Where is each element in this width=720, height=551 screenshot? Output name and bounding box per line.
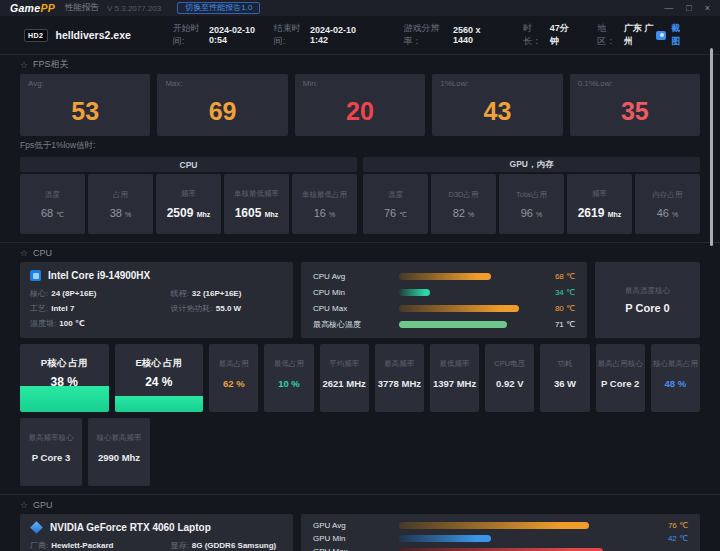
cpu-stats-row: P核心 占用 38 % E核心 占用 24 % 最高占用 62 % 最低占用 1… <box>20 344 700 412</box>
low-fps-title: Fps低于1%low值时: <box>20 136 700 157</box>
gpu-name: NVIDIA GeForce RTX 4060 Laptop <box>50 522 211 533</box>
pcore-usage-fill <box>20 386 109 412</box>
low-gpu-temp-cell: 温度 76 ℃ <box>363 174 428 234</box>
gpu-max-bar-row: GPU Max <box>313 546 688 551</box>
core-max-usage-card: 核心最高占用 48 % <box>651 344 700 412</box>
end-time-label: 结束时间: <box>274 22 306 48</box>
resolution-block: 游戏分辨率： 2560 x 1440 <box>404 22 496 48</box>
cpu-info-card: Intel Core i9-14900HX 核心:24 (8P+16E) 线程:… <box>20 262 293 338</box>
cpu-voltage-card: CPU电压 0.92 V <box>485 344 534 412</box>
switch-report-button[interactable]: 切换至性能报告1.0 <box>177 2 260 14</box>
gpu-vendor: 厂商:Hewlett-Packard <box>30 540 171 551</box>
fps-card-max: Max: 69 <box>157 74 287 136</box>
scrollbar-thumb[interactable] <box>710 48 713 246</box>
cpu-hottest-core-bar-row: 最高核心温度 71 ℃ <box>313 318 575 330</box>
gpu-max-bar <box>399 548 603 551</box>
ecore-usage-fill <box>115 396 204 412</box>
window-controls: — □ × <box>664 0 710 16</box>
fps-card-1pct-low: 1%Low: 43 <box>432 74 562 136</box>
start-time-value: 2024-02-10 0:54 <box>209 25 265 45</box>
game-badge: HD2 <box>24 29 48 42</box>
camera-icon <box>656 31 666 40</box>
screenshot-label: 截图 <box>671 22 686 48</box>
game-info-bar: HD2 helldivers2.exe 开始时间: 2024-02-10 0:5… <box>0 16 720 54</box>
gpu-avg-bar-row: GPU Avg 76 ℃ <box>313 520 688 530</box>
time-block: 开始时间: 2024-02-10 0:54 结束时间: 2024-02-10 1… <box>173 22 366 48</box>
start-time-label: 开始时间: <box>173 22 205 48</box>
star-icon: ☆ <box>20 60 28 70</box>
gpu-info-card: NVIDIA GeForce RTX 4060 Laptop 厂商:Hewlet… <box>20 514 293 551</box>
cpu-process: 工艺:Intel 7 <box>30 303 171 314</box>
low-cpu-freq-cell: 频率 2509 Mhz <box>156 174 221 234</box>
star-icon: ☆ <box>20 500 28 510</box>
fps-card-min: Min: 20 <box>295 74 425 136</box>
close-icon[interactable]: × <box>705 0 710 16</box>
low-cpu-temp-cell: 温度 68 ℃ <box>20 174 85 234</box>
low-cpu-min-core-freq-cell: 单核最低频率 1605 Mhz <box>224 174 289 234</box>
duration-value: 47分钟 <box>550 22 573 48</box>
low-gpu-freq-cell: 频率 2619 Mhz <box>567 174 632 234</box>
hottest-core-card: 最高温度核心 P Core 0 <box>595 262 700 338</box>
star-icon: ☆ <box>20 248 28 258</box>
power-card: 功耗 36 W <box>540 344 589 412</box>
gpu-vram: 显存:8G (GDDR6 Samsung) <box>171 540 283 551</box>
gpu-min-bar-row: GPU Min 42 ℃ <box>313 533 688 543</box>
end-time-value: 2024-02-10 1:42 <box>310 25 366 45</box>
cpu-avg-bar-row: CPU Avg 68 ℃ <box>313 270 575 282</box>
max-freq-card: 最高频率 3778 MHz <box>375 344 424 412</box>
gpu-temp-bars-card: GPU Avg 76 ℃ GPU Min 42 ℃ GPU Max <box>301 514 700 551</box>
gpu-icon <box>30 521 43 534</box>
max-usage-card: 最高占用 62 % <box>209 344 258 412</box>
cpu-avg-bar <box>399 273 491 280</box>
low-cpu-header: CPU <box>20 157 357 172</box>
gpu-min-bar <box>399 535 491 542</box>
gamepp-window: GamePP 性能报告 V 5.3.2077.203 切换至性能报告1.0 — … <box>0 0 720 551</box>
cpu-section-title: CPU <box>33 248 52 258</box>
cpu-hottest-core-bar <box>399 321 507 328</box>
cpu-icon <box>30 270 41 281</box>
duration-label: 时长： <box>523 22 546 48</box>
low-gpu-table: GPU，内存 温度 76 ℃ D3D占用 82 % Total占用 96 % <box>363 157 700 234</box>
gpu-avg-bar <box>399 522 589 529</box>
minimize-icon[interactable]: — <box>664 0 673 16</box>
gamepp-logo: GamePP <box>10 2 55 14</box>
screenshot-button[interactable]: 截图 <box>656 22 686 48</box>
low-cpu-usage-cell: 占用 38 % <box>88 174 153 234</box>
fps-card-01pct-low: 0.1%Low: 35 <box>570 74 700 136</box>
fps-card-avg: Avg: 53 <box>20 74 150 136</box>
pcore-usage-card: P核心 占用 38 % <box>20 344 109 412</box>
cpu-temp-bars-card: CPU Avg 68 ℃ CPU Min 34 ℃ CPU Max 80 ℃ 最… <box>301 262 587 338</box>
cpu-min-bar-row: CPU Min 34 ℃ <box>313 286 575 298</box>
region-block: 地区： 广东 广州 <box>597 22 656 48</box>
cpu-max-bar <box>399 305 519 312</box>
max-usage-core-card: 最高占用核心 P Core 2 <box>596 344 645 412</box>
cpu-name: Intel Core i9-14900HX <box>48 270 150 281</box>
cpu-max-bar-row: CPU Max 80 ℃ <box>313 302 575 314</box>
avg-freq-card: 平均频率 2621 MHz <box>320 344 369 412</box>
fps-section: ☆ FPS相关 Avg: 53 Max: 69 Min: 20 1%Low: 4… <box>0 54 720 242</box>
fps-section-title: FPS相关 <box>33 58 69 71</box>
cpu-cores: 核心:24 (8P+16E) <box>30 288 171 299</box>
min-freq-card: 最低频率 1397 MHz <box>430 344 479 412</box>
cpu-threads: 线程:32 (16P+16E) <box>171 288 283 299</box>
low-mem-usage-cell: 内存占用 46 % <box>635 174 700 234</box>
cpu-section: ☆ CPU Intel Core i9-14900HX 核心:24 (8P+16… <box>0 242 720 494</box>
low-gpu-total-cell: Total占用 96 % <box>499 174 564 234</box>
region-value: 广东 广州 <box>624 22 656 48</box>
resolution-value: 2560 x 1440 <box>453 25 495 45</box>
cpu-temp-wall: 温度墙:100 ℃ <box>30 318 171 329</box>
core-max-freq-card: 核心最高频率 2990 Mhz <box>88 418 150 486</box>
fps-cards: Avg: 53 Max: 69 Min: 20 1%Low: 43 0.1%Lo… <box>20 74 700 136</box>
low-cpu-table: CPU 温度 68 ℃ 占用 38 % 频率 2509 Mhz <box>20 157 357 234</box>
gpu-section-title: GPU <box>33 500 53 510</box>
resolution-label: 游戏分辨率： <box>404 22 450 48</box>
min-usage-card: 最低占用 10 % <box>264 344 313 412</box>
ecore-usage-card: E核心 占用 24 % <box>115 344 204 412</box>
low-fps-tables: CPU 温度 68 ℃ 占用 38 % 频率 2509 Mhz <box>20 157 700 242</box>
maximize-icon[interactable]: □ <box>686 0 691 16</box>
low-gpu-header: GPU，内存 <box>363 157 700 172</box>
cpu-tdp: 设计热功耗:55.0 W <box>171 303 283 314</box>
region-label: 地区： <box>597 22 620 48</box>
exe-name: helldivers2.exe <box>56 29 131 41</box>
max-freq-core-card: 最高频率核心 P Core 3 <box>20 418 82 486</box>
